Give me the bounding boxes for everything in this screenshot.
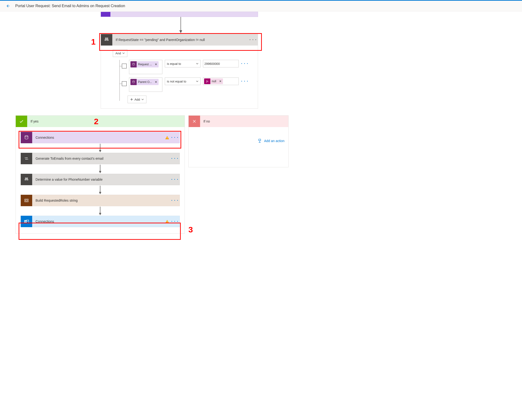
connector (98, 164, 102, 174)
step-title: Connections (32, 220, 164, 223)
chevron-down-icon (141, 98, 144, 101)
outlook-icon: O (21, 216, 32, 227)
svg-rect-24 (25, 200, 27, 201)
fx-icon: fx (204, 78, 210, 84)
condition-menu[interactable]: · · · (248, 38, 258, 42)
condition-field[interactable]: Parent O... ✕ (129, 77, 162, 92)
condition-field[interactable]: Request ... ✕ (129, 60, 162, 74)
svg-rect-31 (167, 222, 167, 223)
step-generate-toemails[interactable]: Generate ToEmails from every contact's e… (21, 153, 180, 164)
annotation-1: 1 (91, 37, 96, 46)
flow-canvas: If RequestState == "pending" and ParentO… (0, 11, 522, 240)
step-menu[interactable]: · · · (170, 219, 180, 224)
token-label: null (210, 80, 218, 83)
annotation-3: 3 (188, 225, 193, 234)
step-build-roles[interactable]: Build RequestedRoles string · · · (21, 195, 180, 206)
chevron-down-icon (196, 62, 198, 65)
connector (98, 143, 102, 153)
svg-rect-11 (167, 137, 167, 138)
warning-icon (164, 220, 170, 223)
value-text: 299600000 (204, 62, 220, 66)
step-determine-phonenumber[interactable]: Determine a value for PhoneNumber variab… (21, 174, 180, 185)
check-icon (16, 116, 27, 127)
condition-header[interactable]: If RequestState == "pending" and ParentO… (101, 34, 258, 46)
page-title: Portal User Request: Send Email to Admin… (15, 4, 125, 8)
add-action-icon (257, 138, 262, 143)
condition-row: Parent O... ✕ is not equal to fx null ✕ (116, 77, 248, 92)
row-menu[interactable]: · · · (241, 79, 248, 84)
chevron-down-icon (196, 80, 198, 83)
condition-icon (101, 34, 112, 46)
expression-token[interactable]: fx null ✕ (204, 78, 223, 84)
svg-point-7 (133, 81, 134, 82)
arrow-down-icon (178, 17, 183, 34)
row-checkbox[interactable] (122, 64, 127, 69)
row-checkbox[interactable] (122, 81, 127, 86)
svg-point-10 (25, 136, 28, 137)
add-label: Add (134, 98, 140, 101)
close-icon (189, 116, 200, 127)
branch-no-header[interactable]: If no (189, 116, 288, 127)
step-menu[interactable]: · · · (170, 177, 180, 182)
token-label: Request ... (137, 63, 153, 66)
dataverse-icon (130, 61, 137, 68)
annotation-2: 2 (94, 117, 99, 126)
svg-marker-22 (99, 192, 101, 194)
branch-yes-title: If yes (27, 119, 42, 123)
back-button[interactable] (4, 2, 12, 10)
step-menu[interactable]: · · · (170, 198, 180, 203)
branch-yes-header[interactable]: If yes (16, 116, 184, 127)
token-remove[interactable]: ✕ (153, 80, 159, 84)
svg-marker-26 (99, 213, 101, 215)
warning-icon (164, 136, 170, 139)
step-title: Generate ToEmails from every contact's e… (32, 157, 170, 160)
dataverse-icon (21, 132, 32, 143)
loop-icon (21, 153, 32, 164)
svg-rect-12 (167, 138, 167, 139)
operator-label: is not equal to (167, 80, 186, 83)
dataverse-icon (130, 79, 137, 85)
condition-row: Request ... ✕ is equal to 299600000 · · … (116, 60, 248, 74)
svg-point-6 (133, 63, 134, 64)
svg-marker-14 (99, 150, 101, 152)
svg-text:O: O (25, 221, 26, 223)
connector (178, 17, 183, 34)
operator-dropdown[interactable]: is equal to (165, 60, 200, 68)
condition-card: If RequestState == "pending" and ParentO… (101, 34, 258, 109)
token-remove[interactable]: ✕ (218, 80, 223, 83)
svg-rect-34 (259, 139, 261, 141)
variable-icon (101, 12, 110, 17)
arrow-left-icon (6, 4, 10, 8)
field-token[interactable]: Parent O... ✕ (130, 79, 159, 85)
condition-icon (21, 174, 32, 185)
field-token[interactable]: Request ... ✕ (130, 61, 159, 68)
add-row-button[interactable]: Add (128, 96, 146, 103)
control-icon (21, 195, 32, 206)
branch-yes: If yes Connections · · · (15, 115, 185, 234)
step-connections[interactable]: Connections · · · (21, 132, 180, 143)
step-menu[interactable]: · · · (170, 156, 180, 161)
step-menu[interactable]: · · · (170, 135, 180, 140)
add-action-label: Add an action (264, 139, 284, 143)
step-connections-outlook[interactable]: O Connections · · · (21, 216, 180, 227)
connector (98, 185, 102, 195)
condition-value[interactable]: fx null ✕ (203, 77, 239, 85)
operator-label: is equal to (167, 62, 181, 66)
previous-step-card[interactable] (101, 12, 258, 17)
operator-dropdown[interactable]: is not equal to (165, 77, 200, 85)
svg-marker-1 (179, 30, 182, 33)
group-operator-dropdown[interactable]: And (113, 49, 127, 57)
topbar: Portal User Request: Send Email to Admin… (0, 0, 522, 11)
row-menu[interactable]: · · · (241, 61, 248, 66)
step-title: Connections (32, 136, 164, 139)
group-operator-label: And (115, 52, 121, 55)
svg-rect-23 (25, 199, 28, 202)
step-title: Determine a value for PhoneNumber variab… (32, 178, 170, 181)
connector (98, 206, 102, 216)
step-title: Build RequestedRoles string (32, 199, 170, 202)
add-action-link[interactable]: Add an action (189, 138, 288, 143)
svg-rect-30 (167, 221, 167, 222)
condition-value[interactable]: 299600000 (203, 60, 239, 68)
token-remove[interactable]: ✕ (153, 63, 159, 66)
svg-marker-16 (99, 171, 101, 173)
